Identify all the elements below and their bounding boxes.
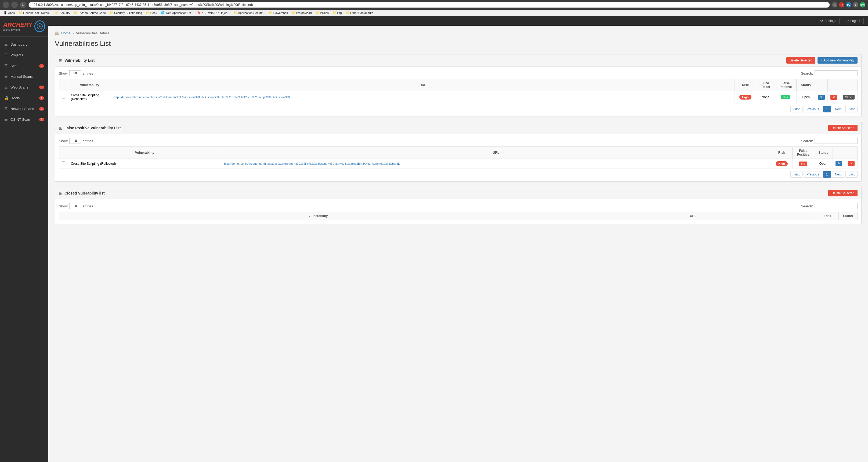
closed-search-input[interactable] xyxy=(814,203,858,209)
fp-page-previous[interactable]: Previous xyxy=(804,171,822,177)
fp-table-controls: Show entries Search: xyxy=(59,138,858,144)
vuln-table: Vulnerability URL Risk JIRA Ticket False… xyxy=(59,79,858,103)
fp-page-last[interactable]: Last xyxy=(845,171,858,177)
vuln-delete-selected-button[interactable]: Delete Selected xyxy=(786,57,816,64)
closed-col-checkbox xyxy=(59,212,67,220)
fp-entries-input[interactable] xyxy=(69,138,81,144)
fp-card-body: Show entries Search: xyxy=(55,134,861,182)
bookmark-other[interactable]: 📁 Other Bookmarks xyxy=(344,10,375,15)
page-title: Vulnerabilities List xyxy=(55,39,862,48)
logout-button[interactable]: ↗ Logout xyxy=(843,18,864,24)
fp-page-next[interactable]: Next xyxy=(832,171,845,177)
bookmark-webapp[interactable]: 🌐 Web Application Ex... xyxy=(159,10,195,15)
vuln-page-previous[interactable]: Previous xyxy=(804,106,822,112)
content-area: 🏠 Home › Vulnerabilities Details Vulnera… xyxy=(48,26,868,462)
closed-table-controls: Show entries Search: xyxy=(59,203,858,209)
sidebar-item-osint[interactable]: ☰ OSINT Scan 2 xyxy=(0,114,48,125)
sidebar-item-label-osint: OSINT Scan xyxy=(10,118,30,122)
web-scan-icon: ☰ xyxy=(4,85,8,89)
vuln-table-controls: Show entries Search: xyxy=(59,70,858,76)
network-icon: ☰ xyxy=(4,106,8,111)
new-badge: New xyxy=(860,2,865,7)
browser-icons: ☆ O Py ≡ New xyxy=(832,2,865,7)
vuln-page-1[interactable]: 1 xyxy=(823,106,831,112)
fp-table: Vulnerability URL Risk False Positive St… xyxy=(59,146,858,168)
sidebar-item-manual-scans[interactable]: ☰ Manual Scans xyxy=(0,71,48,82)
bookmark-powershell[interactable]: 📁 Powershell xyxy=(268,10,289,15)
vuln-page-first[interactable]: First xyxy=(790,106,803,112)
logo-sub: a security tool xyxy=(3,28,32,31)
bookmark-xxe[interactable]: 📁 Generic XXE Detec... xyxy=(17,10,53,15)
sidebar-item-label-dashboard: Dashboard xyxy=(10,42,28,46)
network-badge: 2 xyxy=(39,107,44,110)
fp-col-url: URL xyxy=(221,147,771,159)
bookmark-secbulletin[interactable]: 📁 Security Bulletin Blog xyxy=(108,10,144,15)
fp-page-first[interactable]: First xyxy=(790,171,803,177)
vuln-delete-button[interactable]: ✕ xyxy=(830,95,837,100)
fp-risk-badge: High xyxy=(776,161,787,166)
sidebar-item-label-web: Web Scans xyxy=(10,85,28,89)
nav-forward-button[interactable]: → xyxy=(11,2,18,8)
sidebar-logo: ARCHERY a security tool xyxy=(0,16,48,37)
add-new-vulnerability-button[interactable]: + Add new Vulnerability xyxy=(817,57,858,64)
vuln-close-button[interactable]: Close xyxy=(843,95,855,100)
fp-vulnerability-list-card: ⊞ False Positive Vulnerability List Dele… xyxy=(55,122,862,182)
bookmark-xss-sql[interactable]: 🔖 XSS with SQL Injec... xyxy=(196,10,231,15)
fp-delete-selected-button[interactable]: Delete Selected xyxy=(828,125,858,131)
breadcrumb: 🏠 Home › Vulnerabilities Details xyxy=(55,31,862,35)
sidebar-item-label-tools: Tools xyxy=(11,96,20,100)
vuln-search-control: Search: xyxy=(801,70,858,76)
bookmark-philips[interactable]: 📁 Philips xyxy=(314,10,330,15)
vuln-col-checkbox xyxy=(59,79,68,91)
vuln-search-input[interactable] xyxy=(814,70,858,76)
fp-col-delete xyxy=(845,147,858,159)
breadcrumb-separator: › xyxy=(73,31,74,35)
sidebar-item-label-manual: Manual Scans xyxy=(10,74,32,78)
sidebar-item-dashboard[interactable]: ☰ Dashboard xyxy=(0,39,48,50)
vulnerability-list-card: ⊞ Vulnerability List Delete Selected + A… xyxy=(55,54,862,117)
sidebar-item-projects[interactable]: ☰ Projects xyxy=(0,50,48,60)
sidebar-item-tools[interactable]: 🔒 Tools 4 xyxy=(0,93,48,103)
closed-table: Vulnerability URL Risk Status xyxy=(59,212,858,220)
bookmark-appsec[interactable]: 📁 Application Securit... xyxy=(232,10,266,15)
closed-delete-selected-button[interactable]: Delete Selected xyxy=(828,190,858,196)
vuln-page-last[interactable]: Last xyxy=(845,106,858,112)
closed-show-entries: Show entries xyxy=(59,203,93,209)
bookmark-apps[interactable]: 📱 Apps xyxy=(2,10,16,15)
fp-page-1[interactable]: 1 xyxy=(823,171,831,177)
sidebar-item-label-network: Network Scans xyxy=(10,107,34,111)
bookmark-security[interactable]: 📁 Security xyxy=(54,10,72,15)
vuln-entries-input[interactable] xyxy=(69,70,81,76)
fp-badge-no: No xyxy=(799,162,807,166)
fp-card-icon: ⊞ xyxy=(59,126,62,131)
nav-back-button[interactable]: ← xyxy=(3,2,9,8)
breadcrumb-home[interactable]: Home xyxy=(61,31,71,35)
vuln-col-edit xyxy=(815,79,828,91)
logo-text: ARCHERY xyxy=(3,22,32,28)
closed-entries-input[interactable] xyxy=(69,203,81,209)
closed-card-icon: ⊞ xyxy=(59,191,62,196)
fp-search-input[interactable] xyxy=(814,138,858,144)
sidebar-item-web-scans[interactable]: ☰ Web Scans 6 xyxy=(0,82,48,93)
url-bar[interactable]: 127.0.0.1:8008/zapscanner/zap_vuln_detai… xyxy=(28,2,830,8)
vuln-col-close xyxy=(840,79,857,91)
fp-delete-button[interactable]: ✕ xyxy=(848,161,855,166)
settings-button[interactable]: ⚙ Settings xyxy=(817,18,840,24)
vuln-row-checkbox[interactable] xyxy=(62,95,65,98)
vuln-page-next[interactable]: Next xyxy=(832,106,845,112)
sidebar-item-scan[interactable]: ☰ Scan 2 xyxy=(0,60,48,71)
fp-pagination: First Previous 1 Next Last xyxy=(59,171,858,177)
bookmark-xss[interactable]: 📁 xss payload xyxy=(290,10,313,15)
main-content: ⚙ Settings ↗ Logout 🏠 Home › Vulnerabili… xyxy=(48,16,868,462)
bookmark-book[interactable]: 📁 Book xyxy=(145,10,158,15)
fp-row-checkbox[interactable] xyxy=(62,162,65,165)
fp-edit-button[interactable]: ✎ xyxy=(836,161,842,166)
bookmark-zap[interactable]: 📁 zap xyxy=(331,10,343,15)
closed-col-vulnerability: Vulnerability xyxy=(67,212,569,220)
bookmark-python[interactable]: 📁 Python Source Code xyxy=(72,10,107,15)
python-icon: Py xyxy=(846,2,851,7)
sidebar-item-network-scans[interactable]: ☰ Network Scans 2 xyxy=(0,103,48,114)
manual-scan-icon: ☰ xyxy=(4,74,8,78)
vuln-edit-button[interactable]: ✎ xyxy=(818,95,825,100)
nav-refresh-button[interactable]: ↻ xyxy=(20,2,26,8)
